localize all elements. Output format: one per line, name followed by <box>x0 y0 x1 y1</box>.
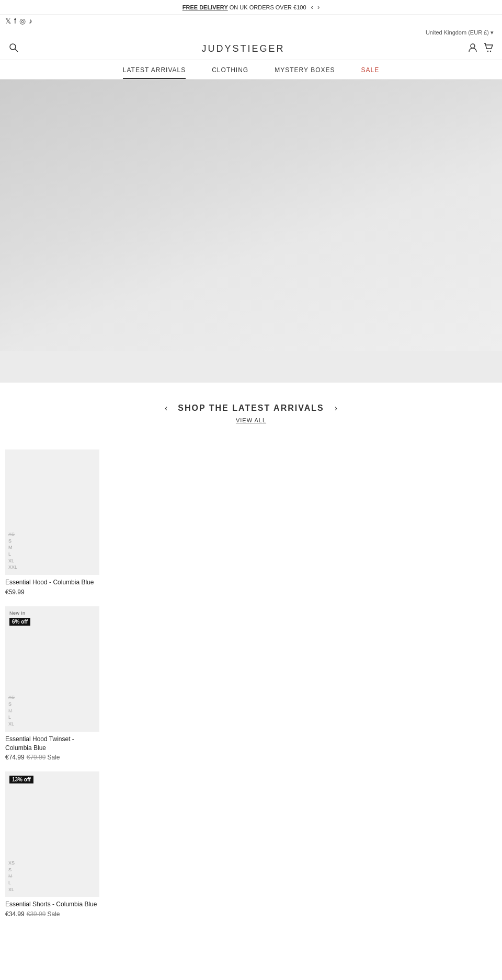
size-item: XL <box>8 887 15 893</box>
product-card[interactable]: 13% offXSSMLXLEssential Shorts - Columbi… <box>5 771 99 918</box>
size-item: XS <box>8 532 17 538</box>
search-icon[interactable] <box>8 42 19 55</box>
latest-arrivals-section: ‹ SHOP THE LATEST ARRIVALS › VIEW ALL <box>0 383 502 444</box>
size-item: S <box>8 867 15 873</box>
size-item: XS <box>8 860 15 867</box>
price-current: €34.99 <box>5 910 25 918</box>
account-icon[interactable] <box>467 42 478 55</box>
badge-row: 13% off <box>9 776 33 783</box>
latest-arrivals-next[interactable]: › <box>335 403 337 413</box>
svg-point-0 <box>10 44 16 50</box>
product-grid: XSSMLXLXXLEssential Hood - Columbia Blue… <box>0 444 502 944</box>
size-item: XL <box>8 721 15 728</box>
product-image: 13% offXSSMLXL <box>5 771 99 897</box>
product-name: Essential Shorts - Columbia Blue <box>5 900 99 909</box>
price-current: €59.99 <box>5 589 25 596</box>
announcement-prev-arrow[interactable]: ‹ <box>311 3 313 11</box>
size-list: XSSMLXLXXL <box>8 532 17 571</box>
product-price: €34.99€39.99Sale <box>5 910 99 918</box>
latest-arrivals-title: SHOP THE LATEST ARRIVALS <box>178 403 324 413</box>
nav-sale[interactable]: SALE <box>361 66 379 79</box>
size-item: S <box>8 701 15 708</box>
announcement-bar: FREE DELIVERY ON UK ORDERS OVER €100 ‹ › <box>0 0 502 15</box>
nav-latest-arrivals[interactable]: LATEST ARRIVALS <box>123 66 186 79</box>
size-item: L <box>8 714 15 721</box>
size-item: XXL <box>8 564 17 571</box>
instagram-icon[interactable]: ◎ <box>19 17 26 25</box>
size-item: XS <box>8 695 15 701</box>
site-logo[interactable]: JUDYSTIEGER <box>201 43 284 54</box>
region-selector[interactable]: United Kingdom (EUR £) ▾ <box>426 29 494 36</box>
region-label: United Kingdom (EUR £) <box>426 29 489 36</box>
size-item: L <box>8 551 17 558</box>
twitter-icon[interactable]: 𝕏 <box>5 17 11 25</box>
main-nav: LATEST ARRIVALS CLOTHING MYSTERY BOXES S… <box>0 60 502 79</box>
product-image: XSSMLXLXXL <box>5 449 99 575</box>
price-current: €74.99 <box>5 754 25 761</box>
size-item: S <box>8 538 17 545</box>
cart-icon[interactable] <box>483 42 494 55</box>
announcement-nav-arrows: ‹ › <box>311 3 320 11</box>
tiktok-icon[interactable]: ♪ <box>29 17 32 25</box>
product-image: New in6% offXSSMLXL <box>5 606 99 732</box>
section-gap <box>0 351 502 383</box>
product-price: €74.99€79.99Sale <box>5 754 99 761</box>
badge-off-label: 13% off <box>9 776 33 783</box>
product-name: Essential Hood - Columbia Blue <box>5 578 99 587</box>
view-all-link[interactable]: VIEW ALL <box>236 417 266 423</box>
sale-label: Sale <box>47 910 60 918</box>
size-item: M <box>8 708 15 714</box>
size-item: L <box>8 880 15 886</box>
price-original: €39.99 <box>27 910 46 918</box>
latest-arrivals-prev[interactable]: ‹ <box>165 403 167 413</box>
nav-mystery-boxes[interactable]: MYSTERY BOXES <box>275 66 335 79</box>
size-list: XSSMLXL <box>8 860 15 893</box>
price-original: €79.99 <box>27 754 46 761</box>
header: JUDYSTIEGER <box>0 38 502 60</box>
nav-clothing[interactable]: CLOTHING <box>212 66 248 79</box>
social-bar: 𝕏 f ◎ ♪ <box>0 15 502 27</box>
svg-point-4 <box>490 51 491 52</box>
size-item: M <box>8 545 17 551</box>
header-actions <box>467 42 494 55</box>
announcement-rest: ON UK ORDERS OVER €100 <box>230 4 306 10</box>
product-price: €59.99 <box>5 589 99 596</box>
badge-row: New in6% off <box>9 610 30 626</box>
svg-point-3 <box>487 51 488 52</box>
size-list: XSSMLXL <box>8 695 15 727</box>
svg-point-2 <box>471 44 475 48</box>
svg-line-1 <box>15 49 18 52</box>
free-delivery-text: FREE DELIVERY <box>182 4 228 10</box>
facebook-icon[interactable]: f <box>14 17 16 25</box>
latest-arrivals-header: ‹ SHOP THE LATEST ARRIVALS › <box>10 403 492 413</box>
product-card[interactable]: XSSMLXLXXLEssential Hood - Columbia Blue… <box>5 449 99 596</box>
announcement-next-arrow[interactable]: › <box>317 3 320 11</box>
hero-banner <box>0 79 502 351</box>
badge-off-label: 6% off <box>9 618 30 626</box>
size-item: M <box>8 873 15 880</box>
sale-label: Sale <box>47 754 60 761</box>
badge-new-in: New in <box>9 610 30 616</box>
size-item: XL <box>8 558 17 564</box>
region-bar: United Kingdom (EUR £) ▾ <box>0 27 502 38</box>
region-chevron: ▾ <box>490 29 494 36</box>
product-name: Essential Hood Twinset - Columbia Blue <box>5 735 99 753</box>
product-card[interactable]: New in6% offXSSMLXLEssential Hood Twinse… <box>5 606 99 762</box>
